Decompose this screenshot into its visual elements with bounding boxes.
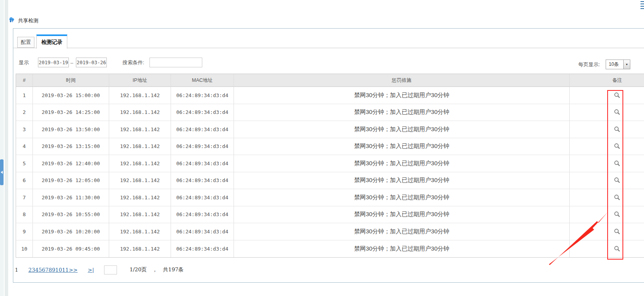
date-range-dash: – [70, 58, 73, 68]
cell-ip: 192.168.1.142 [109, 223, 171, 240]
chevron-left-icon [1, 171, 3, 174]
pagination-next-set[interactable]: >> [69, 267, 78, 273]
cell-ip: 192.168.1.142 [109, 206, 171, 224]
cell-time: 2019-03-26 13:50:00 [33, 121, 109, 138]
pagination-bar: 1 234567891011 >> >| 1/20页 ， 共197条 [13, 265, 183, 275]
cell-mac: 06:24:89:34:d3:d4 [171, 240, 234, 258]
cell-punishment: 禁网30分钟；加入已过期用户30分钟 [234, 138, 570, 155]
cell-mac: 06:24:89:34:d3:d4 [171, 138, 234, 155]
chevron-down-icon[interactable]: ▼ [623, 60, 630, 69]
column-header-3: MAC地址 [171, 74, 234, 87]
column-header-4: 惩罚措施 [234, 74, 570, 87]
display-range-label: 显示 [19, 58, 29, 68]
pagination-page-link[interactable]: 7 [45, 267, 49, 273]
cell-punishment: 禁网30分钟；加入已过期用户30分钟 [234, 87, 570, 104]
cell-time: 2019-03-26 11:30:00 [33, 189, 109, 206]
pagination-page-link[interactable]: 3 [32, 267, 35, 273]
cell-ip: 192.168.1.142 [109, 104, 171, 121]
cell-ip: 192.168.1.142 [109, 240, 171, 258]
pagination-page-link[interactable]: 9 [52, 267, 56, 273]
cell-time: 2019-03-26 10:20:00 [33, 223, 109, 240]
column-header-2: IP地址 [109, 74, 171, 87]
cell-ip: 192.168.1.142 [109, 121, 171, 138]
pagination-current-page: 1 [15, 267, 18, 273]
column-header-1: 时间 [33, 74, 109, 87]
panel-collapse-handle[interactable] [0, 159, 4, 185]
date-end-input[interactable] [76, 58, 107, 67]
pagination-page-info: 1/20页 [130, 266, 147, 273]
cell-ip: 192.168.1.142 [109, 172, 171, 190]
cell-index: 3 [16, 121, 33, 138]
annotation-arrow [544, 208, 614, 270]
table-header-row: #时间IP地址MAC地址惩罚措施备注 [16, 74, 644, 87]
cell-index: 8 [16, 206, 33, 224]
left-gutter-strip-inner [5, 0, 8, 296]
cell-index: 5 [16, 155, 33, 172]
cell-time: 2019-03-26 15:00:00 [33, 87, 109, 104]
search-condition-label: 搜索条件: [122, 58, 144, 68]
table-row: 32019-03-26 13:50:00192.168.1.14206:24:8… [16, 121, 644, 138]
cell-time: 2019-03-26 10:55:00 [33, 206, 109, 224]
cell-mac: 06:24:89:34:d3:d4 [171, 104, 234, 121]
cell-index: 9 [16, 223, 33, 240]
pagination-page-link[interactable]: 6 [42, 267, 45, 273]
cell-mac: 06:24:89:34:d3:d4 [171, 189, 234, 206]
pagination-jump-input[interactable] [104, 265, 117, 274]
table-row: 52019-03-26 12:40:00192.168.1.14206:24:8… [16, 155, 644, 172]
page-title: 共享检测 [18, 17, 38, 24]
pagination-page-link[interactable]: 11 [62, 267, 69, 273]
cell-ip: 192.168.1.142 [109, 189, 171, 206]
date-start-input[interactable] [38, 58, 69, 67]
table-row: 12019-03-26 15:00:00192.168.1.14206:24:8… [16, 87, 644, 104]
column-header-5: 备注 [570, 74, 644, 87]
cell-time: 2019-03-26 12:40:00 [33, 155, 109, 172]
column-header-0: # [16, 74, 33, 87]
pagination-page-link[interactable]: 5 [38, 267, 42, 273]
pagination-page-link[interactable]: 8 [49, 267, 52, 273]
per-page-label: 每页显示: [578, 60, 600, 70]
cell-mac: 06:24:89:34:d3:d4 [171, 155, 234, 172]
cell-ip: 192.168.1.142 [109, 155, 171, 172]
cell-punishment: 禁网30分钟；加入已过期用户30分钟 [234, 104, 570, 121]
cell-punishment: 禁网30分钟；加入已过期用户30分钟 [234, 189, 570, 206]
tab-strip-divider [13, 48, 644, 48]
cell-punishment: 禁网30分钟；加入已过期用户30分钟 [234, 172, 570, 190]
cell-punishment: 禁网30分钟；加入已过期用户30分钟 [234, 223, 570, 240]
cloud-transfer-icon [7, 15, 16, 24]
cell-mac: 06:24:89:34:d3:d4 [171, 206, 234, 224]
cell-punishment: 禁网30分钟；加入已过期用户30分钟 [234, 240, 570, 258]
cell-mac: 06:24:89:34:d3:d4 [171, 172, 234, 190]
top-right-dotted-marker [639, 1, 644, 11]
search-condition-input[interactable] [149, 58, 202, 67]
table-row: 42019-03-26 13:15:00192.168.1.14206:24:8… [16, 138, 644, 155]
cell-punishment: 禁网30分钟；加入已过期用户30分钟 [234, 155, 570, 172]
table-row: 22019-03-26 14:25:00192.168.1.14206:24:8… [16, 104, 644, 121]
cell-ip: 192.168.1.142 [109, 87, 171, 104]
cell-index: 2 [16, 104, 33, 121]
table-row: 62019-03-26 12:05:00192.168.1.14206:24:8… [16, 172, 644, 190]
pagination-last-page[interactable]: >| [88, 267, 94, 273]
cell-time: 2019-03-26 13:15:00 [33, 138, 109, 155]
cell-index: 7 [16, 189, 33, 206]
cell-index: 4 [16, 138, 33, 155]
table-row: 72019-03-26 11:30:00192.168.1.14206:24:8… [16, 189, 644, 206]
per-page-select[interactable]: 10条 ▼ [606, 60, 630, 69]
cell-punishment: 禁网30分钟；加入已过期用户30分钟 [234, 206, 570, 224]
cell-time: 2019-03-26 14:25:00 [33, 104, 109, 121]
cell-punishment: 禁网30分钟；加入已过期用户30分钟 [234, 121, 570, 138]
cell-index: 1 [16, 87, 33, 104]
pagination-page-link[interactable]: 2 [29, 267, 32, 273]
pagination-page-link[interactable]: 10 [55, 267, 62, 273]
cell-index: 10 [16, 240, 33, 258]
tab-detection-records[interactable]: 检测记录 [36, 34, 67, 49]
cell-mac: 06:24:89:34:d3:d4 [171, 121, 234, 138]
tab-config[interactable]: 配置 [17, 37, 34, 48]
cell-index: 6 [16, 172, 33, 190]
left-gutter-strip [0, 0, 4, 296]
cell-time: 2019-03-26 12:05:00 [33, 172, 109, 190]
per-page-value: 10条 [606, 60, 623, 69]
pagination-page-link[interactable]: 4 [35, 267, 39, 273]
pagination-separator: ， [152, 266, 158, 273]
cell-mac: 06:24:89:34:d3:d4 [171, 223, 234, 240]
cell-ip: 192.168.1.142 [109, 138, 171, 155]
